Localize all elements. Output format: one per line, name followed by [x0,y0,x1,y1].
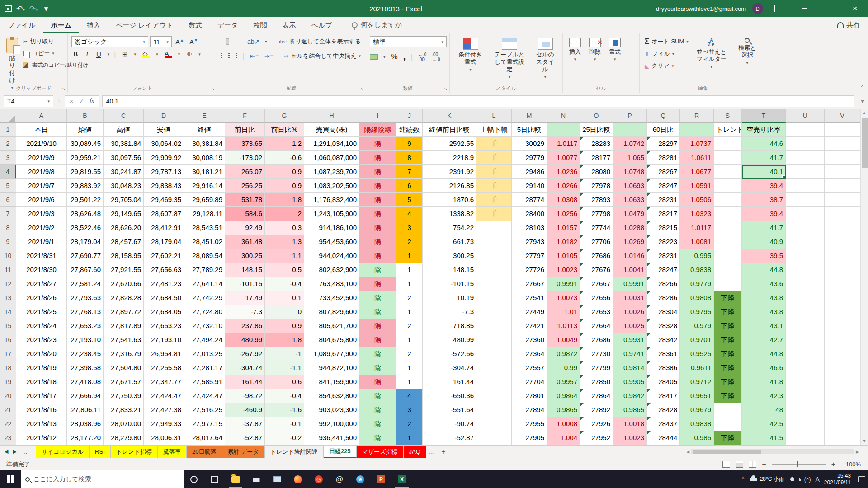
cell-G17[interactable]: -1 [265,347,304,361]
cell-O21[interactable]: 27892 [580,403,613,417]
alignment-dialog-launcher-icon[interactable]: ↘ [360,86,364,91]
col-header-F[interactable]: F [225,109,265,123]
cell-U7[interactable] [786,207,825,221]
cell-A1[interactable]: 本日 [16,123,67,137]
cell-N13[interactable]: 1.0073 [547,291,580,305]
cell-J21[interactable]: 3 [396,403,423,417]
scroll-down-icon[interactable]: ▼ [861,437,868,445]
cell-L23[interactable] [476,431,512,445]
cell-I3[interactable]: 陽 [359,151,396,165]
cell-T2[interactable]: 44.6 [742,137,786,151]
cell-C23[interactable]: 28,279.80 [104,431,144,445]
cell-H6[interactable]: 1,176,832,400 [304,193,359,207]
cell-H12[interactable]: 763,483,100 [304,277,359,291]
cell-S2[interactable] [714,137,742,151]
at-app-icon[interactable]: @ [329,470,350,488]
format-cells-button[interactable]: 書式▾ [606,36,623,64]
cell-J14[interactable]: 1 [396,305,423,319]
cell-P7[interactable]: 1.0479 [613,207,647,221]
cell-O6[interactable]: 27893 [580,193,613,207]
taskbar-search-box[interactable]: ここに入力して検索 [21,470,184,488]
cell-M21[interactable]: 27894 [512,403,547,417]
cell-P3[interactable]: 1.065 [613,151,647,165]
hscroll-left-icon[interactable]: ◀ [686,450,689,454]
cell-S1[interactable]: トレンド [714,123,742,137]
cell-M10[interactable]: 27797 [512,249,547,263]
cell-A6[interactable]: 2021/9/6 [16,193,67,207]
tab-insert[interactable]: 挿入 [79,17,108,33]
cell-C16[interactable]: 27,541.63 [104,333,144,347]
clipboard-dialog-launcher-icon[interactable]: ↘ [62,86,66,91]
cell-B1[interactable]: 始値 [67,123,104,137]
cell-T22[interactable]: 42.5 [742,417,786,431]
cell-G22[interactable]: -0.1 [265,417,304,431]
sort-filter-button[interactable]: AZ▼ 並べ替えとフィルター▾ [693,36,730,71]
cell-J3[interactable]: 8 [396,151,423,165]
cell-O12[interactable]: 27667 [580,277,613,291]
bold-button[interactable]: B [71,51,80,58]
cell-R10[interactable]: 0.995 [680,249,714,263]
cell-S22[interactable] [714,417,742,431]
cell-K2[interactable]: 2592.55 [423,137,476,151]
cell-K11[interactable]: 148.15 [423,263,476,277]
cell-G12[interactable]: -0.4 [265,277,304,291]
sheet-overflow-right[interactable]: … [426,446,438,458]
hidden-icons-chevron[interactable]: ⌃ [741,476,745,483]
cell-Q7[interactable]: 28217 [647,207,680,221]
cell-M23[interactable]: 27905 [512,431,547,445]
clear-button[interactable]: ◣ クリア ▾ [643,61,690,71]
cell-E14[interactable]: 27,724.80 [184,305,225,319]
cell-V20[interactable] [825,389,860,403]
cell-A7[interactable]: 2021/9/3 [16,207,67,221]
cell-P5[interactable]: 1.0693 [613,179,647,193]
cell-R20[interactable]: 0.9651 [680,389,714,403]
cell-L18[interactable] [476,361,512,375]
cell-N15[interactable]: 1.0113 [547,319,580,333]
cell-L12[interactable] [476,277,512,291]
cell-B7[interactable]: 28,626.48 [67,207,104,221]
cell-R15[interactable]: 0.979 [680,319,714,333]
number-dialog-launcher-icon[interactable]: ↘ [444,86,448,91]
comma-style-icon[interactable]: , [403,52,406,62]
cell-C19[interactable]: 27,671.57 [104,375,144,389]
cell-L19[interactable] [476,375,512,389]
cell-Q8[interactable]: 28215 [647,221,680,235]
cell-Q20[interactable]: 28417 [647,389,680,403]
cell-I10[interactable]: 陽 [359,249,396,263]
cell-C11[interactable]: 27,921.55 [104,263,144,277]
cell-I21[interactable]: 陰 [359,403,396,417]
cell-H1[interactable]: 売買高(株) [304,123,359,137]
cell-A4[interactable]: 2021/9/8 [16,165,67,179]
cell-U18[interactable] [786,361,825,375]
cell-Q16[interactable]: 28342 [647,333,680,347]
cell-T1[interactable]: 空売り比率 [742,123,786,137]
cell-O9[interactable]: 27706 [580,235,613,249]
cell-S14[interactable]: 下降 [714,305,742,319]
cell-Q6[interactable]: 28231 [647,193,680,207]
cell-T23[interactable]: 41.5 [742,431,786,445]
cell-F7[interactable]: 584.6 [225,207,265,221]
cell-J9[interactable]: 2 [396,235,423,249]
cell-Q4[interactable]: 28267 [647,165,680,179]
row-header-17[interactable]: 17 [0,347,16,361]
row-header-2[interactable]: 2 [0,137,16,151]
cell-R11[interactable]: 0.9838 [680,263,714,277]
cell-A22[interactable]: 2021/8/13 [16,417,67,431]
tab-home[interactable]: ホーム [43,17,79,33]
col-header-A[interactable]: A [16,109,67,123]
cell-G11[interactable]: 0.5 [265,263,304,277]
cell-A14[interactable]: 2021/8/25 [16,305,67,319]
cell-B12[interactable]: 27,581.24 [67,277,104,291]
cell-T7[interactable]: 39.4 [742,207,786,221]
cell-E4[interactable]: 30,181.21 [184,165,225,179]
cell-F12[interactable]: -101.15 [225,277,265,291]
cell-S17[interactable]: 下降 [714,347,742,361]
cell-G6[interactable]: 1.8 [265,193,304,207]
cell-M1[interactable]: 5日比較 [512,123,547,137]
tab-help[interactable]: ヘルプ [303,17,340,33]
cell-K14[interactable]: -7.3 [423,305,476,319]
cell-N11[interactable]: 1.0023 [547,263,580,277]
cell-A20[interactable]: 2021/8/17 [16,389,67,403]
cell-T13[interactable]: 43.8 [742,291,786,305]
cell-D15[interactable]: 27,653.23 [144,319,184,333]
